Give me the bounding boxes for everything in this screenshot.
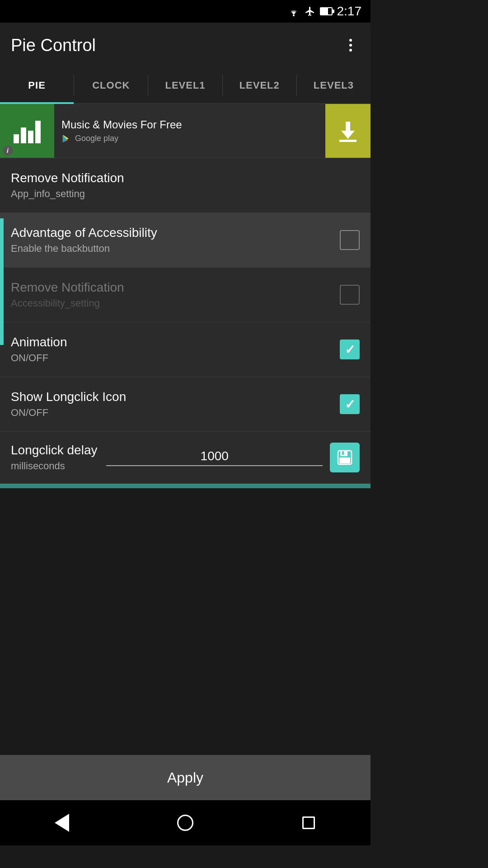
- item-title: Animation: [11, 335, 340, 349]
- status-time: 2:17: [337, 4, 362, 19]
- nav-recent-button[interactable]: [291, 805, 327, 841]
- back-icon: [55, 814, 69, 832]
- delay-subtitle: milliseconds: [11, 460, 97, 472]
- menu-dot-2: [349, 44, 352, 47]
- list-item-animation[interactable]: Animation ON/OFF ✓: [0, 322, 371, 377]
- ad-bar-chart: [14, 118, 41, 143]
- item-text: Advantage of Accessibility Enable the ba…: [11, 226, 340, 255]
- item-text: Remove Notification App_info_setting: [11, 171, 360, 200]
- bar-3: [28, 131, 33, 143]
- svg-rect-7: [339, 458, 350, 463]
- item-text: Show Longclick Icon ON/OFF: [11, 390, 340, 419]
- item-subtitle: Accessibility_setting: [11, 297, 340, 309]
- status-bar: 2:17: [0, 0, 371, 23]
- teal-accent: [0, 218, 4, 345]
- ad-subtitle: Google play: [61, 134, 318, 144]
- nav-home-button[interactable]: [167, 805, 203, 841]
- settings-list: Remove Notification App_info_setting Adv…: [0, 158, 371, 755]
- remove-notification-checkbox[interactable]: [340, 285, 360, 305]
- app-title: Pie Control: [11, 36, 96, 55]
- tab-level2[interactable]: LEVEL2: [223, 68, 296, 103]
- play-store-icon: [61, 134, 71, 144]
- bottom-nav: [0, 800, 371, 845]
- ad-banner[interactable]: i Music & Movies For Free Google play: [0, 104, 371, 158]
- list-item-show-longclick-icon[interactable]: Show Longclick Icon ON/OFF ✓: [0, 377, 371, 432]
- list-item-remove-notification-1[interactable]: Remove Notification App_info_setting: [0, 158, 371, 213]
- delay-input-wrap: [106, 449, 323, 466]
- airplane-icon: [305, 6, 315, 17]
- ad-icon: i: [0, 104, 54, 158]
- ad-play-store-label: Google play: [75, 134, 118, 143]
- recent-icon: [302, 816, 315, 829]
- longclick-delay-input[interactable]: [106, 449, 323, 463]
- delay-text: Longclick delay milliseconds: [11, 443, 97, 472]
- app-bar: Pie Control: [0, 23, 371, 68]
- item-subtitle: ON/OFF: [11, 407, 340, 419]
- tabs-bar: PIE CLOCK LEVEL1 LEVEL2 LEVEL3: [0, 68, 371, 104]
- list-item-longclick-delay[interactable]: Longclick delay milliseconds: [0, 432, 371, 484]
- checkmark-icon: ✓: [345, 397, 355, 412]
- item-subtitle: ON/OFF: [11, 352, 340, 364]
- battery-icon: [320, 7, 333, 15]
- bar-1: [14, 134, 19, 143]
- item-title: Advantage of Accessibility: [11, 226, 340, 240]
- svg-marker-2: [341, 131, 355, 139]
- checkmark-icon: ✓: [345, 342, 355, 357]
- save-button[interactable]: [330, 443, 360, 472]
- bar-2: [21, 127, 26, 143]
- wifi-icon: [287, 6, 300, 16]
- longclick-icon-checkbox[interactable]: ✓: [340, 394, 360, 414]
- download-svg: [337, 120, 359, 142]
- item-title: Show Longclick Icon: [11, 390, 340, 404]
- ad-title: Music & Movies For Free: [61, 118, 318, 131]
- item-text: Animation ON/OFF: [11, 335, 340, 364]
- info-badge: i: [3, 146, 13, 156]
- svg-rect-3: [339, 140, 357, 142]
- nav-back-button[interactable]: [44, 805, 80, 841]
- bar-4: [35, 121, 41, 143]
- accessibility-checkbox[interactable]: [340, 230, 360, 250]
- apply-label: Apply: [167, 769, 203, 786]
- menu-dot-3: [349, 49, 352, 52]
- list-item-remove-notification-2[interactable]: Remove Notification Accessibility_settin…: [0, 268, 371, 322]
- item-subtitle: App_info_setting: [11, 188, 360, 200]
- ad-text: Music & Movies For Free Google play: [54, 112, 325, 150]
- item-title: Remove Notification: [11, 171, 360, 185]
- download-icon: [337, 120, 359, 142]
- tab-pie[interactable]: PIE: [0, 68, 74, 103]
- menu-dot-1: [349, 39, 352, 42]
- tab-clock[interactable]: CLOCK: [74, 68, 148, 103]
- home-icon: [177, 815, 193, 831]
- scroll-indicator: [0, 484, 371, 488]
- item-subtitle: Enable the backbutton: [11, 243, 340, 255]
- save-icon: [336, 448, 354, 467]
- tab-level1[interactable]: LEVEL1: [148, 68, 222, 103]
- tab-level3[interactable]: LEVEL3: [297, 68, 371, 103]
- item-title: Remove Notification: [11, 280, 340, 295]
- svg-point-0: [293, 14, 295, 16]
- animation-checkbox[interactable]: ✓: [340, 340, 360, 359]
- item-text: Remove Notification Accessibility_settin…: [11, 280, 340, 309]
- status-icons: 2:17: [287, 4, 362, 19]
- ad-download-button[interactable]: [325, 104, 371, 158]
- list-item-advantage-accessibility[interactable]: Advantage of Accessibility Enable the ba…: [0, 213, 371, 268]
- delay-title: Longclick delay: [11, 443, 97, 458]
- svg-rect-6: [342, 451, 344, 455]
- apply-button[interactable]: Apply: [0, 755, 371, 800]
- overflow-menu-button[interactable]: [342, 36, 360, 54]
